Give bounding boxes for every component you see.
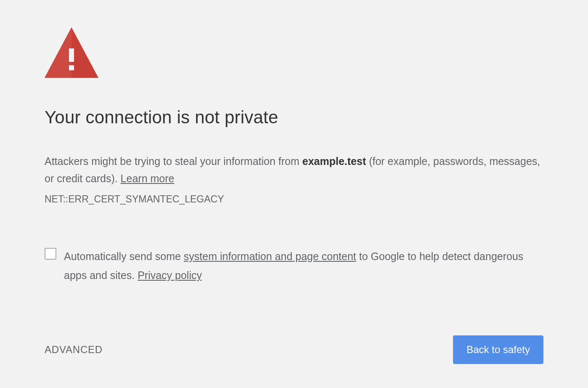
error-code: NET::ERR_CERT_SYMANTEC_LEGACY (45, 194, 543, 205)
learn-more-link[interactable]: Learn more (121, 173, 175, 184)
page-title: Your connection is not private (45, 107, 543, 128)
desc-domain: example.test (302, 155, 366, 167)
button-row: ADVANCED Back to safety (45, 335, 543, 364)
svg-marker-1 (45, 27, 72, 78)
desc-prefix: Attackers might be trying to steal your … (45, 155, 302, 167)
svg-rect-3 (69, 65, 74, 70)
privacy-policy-link[interactable]: Privacy policy (138, 269, 202, 281)
warning-triangle-icon (45, 27, 98, 78)
back-to-safety-button[interactable]: Back to safety (453, 335, 543, 364)
svg-rect-2 (69, 48, 74, 62)
report-prefix: Automatically send some (64, 250, 184, 262)
warning-description: Attackers might be trying to steal your … (45, 153, 543, 188)
error-page: Your connection is not private Attackers… (0, 0, 588, 388)
system-info-link[interactable]: system information and page content (184, 250, 356, 262)
report-text: Automatically send some system informati… (64, 247, 543, 285)
report-checkbox[interactable] (45, 248, 56, 260)
advanced-button[interactable]: ADVANCED (45, 344, 103, 356)
report-row: Automatically send some system informati… (45, 247, 543, 285)
